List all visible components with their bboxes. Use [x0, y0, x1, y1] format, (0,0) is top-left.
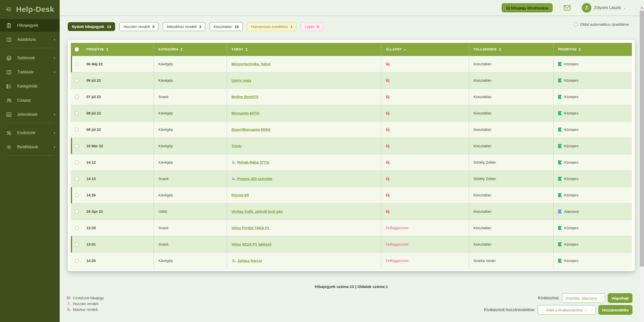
tickets-table-card: FRISSÍTVEKATEGÓRIATÁRGYÁLLAPOTTULAJDONOS… — [68, 40, 635, 271]
new-ticket-button[interactable]: Új hibajegy létrehozása — [502, 3, 553, 12]
selected-label: Kiválasztva: — [538, 296, 559, 300]
mail-icon[interactable] — [563, 4, 571, 12]
avatar[interactable]: Z — [582, 3, 591, 13]
cell-updated: 07 júl 22 — [71, 89, 154, 105]
sidebar-item-adatbazis[interactable]: Adatbázis▾ — [0, 33, 60, 46]
tab-hozzam-rendelt[interactable]: Hozzám rendelt0 — [119, 22, 158, 31]
column-label: KATEGÓRIA — [158, 48, 178, 51]
sidebar-item-beallitasok[interactable]: Beállítások▾ — [0, 141, 60, 153]
cell-updated: 14:13 — [71, 171, 154, 187]
cell-priority: Közepes — [554, 220, 632, 236]
tab-kiosztatlan[interactable]: Kiosztatlan10 — [210, 22, 243, 31]
row-select-radio[interactable] — [75, 95, 79, 99]
subject-link[interactable]: Bayer/Monsanto 609/A — [231, 128, 271, 132]
execute-button[interactable]: Végrehajt — [608, 293, 632, 303]
column-header-prioritas[interactable]: PRIORITÁS — [554, 43, 632, 56]
table-header-row: FRISSÍTVEKATEGÓRIATÁRGYÁLLAPOTTULAJDONOS… — [71, 43, 632, 56]
subject-link[interactable]: Veritas Vulki, ajtónál levő gép — [231, 210, 283, 214]
sidebar-item-kategoriak[interactable]: Kategóriák — [0, 80, 60, 93]
sidebar-item-csapat[interactable]: Csapat — [0, 94, 60, 107]
sidebar-item-tudastar[interactable]: Tudástár▾ — [0, 66, 60, 78]
table-row[interactable]: 07 júl 22SnackMofém Bvm570ÚjKiosztatlanK… — [71, 89, 632, 105]
subject-link[interactable]: Propex 423 szövöde — [237, 177, 272, 181]
assignee-select[interactable]: - - Klikk a kiválasztáshoz - - ⌄ — [538, 305, 596, 315]
sidebar-item-jelentesek[interactable]: Jelentések▾ — [0, 108, 60, 121]
subject-link[interactable]: Műszertechnika, hátsó — [231, 62, 271, 66]
status-value: Új — [386, 160, 390, 164]
table-row[interactable]: 13:01SnackVelux 421/A P1 lakkozóFelfügge… — [71, 236, 632, 253]
row-select-radio[interactable] — [75, 79, 79, 82]
priority-select[interactable]: Prioritás: Alacsony ⌄ — [562, 293, 605, 303]
priority-value: Közepes — [564, 226, 578, 230]
row-select-radio[interactable] — [75, 128, 79, 132]
table-row[interactable]: 06 Máj 22KávégépMűszertechnika, hátsóÚjK… — [71, 56, 632, 72]
column-header-targy[interactable]: TÁRGY — [227, 43, 381, 56]
auto-refresh-radio[interactable] — [574, 22, 578, 26]
cell-priority: Közepes — [554, 187, 632, 203]
table-row[interactable]: 25 Ápr 22ÜdítőVeritas Vulki, ajtónál lev… — [71, 203, 632, 220]
subject-link[interactable]: Mofém Bvm570 — [231, 95, 258, 99]
column-header-allapot[interactable]: ÁLLAPOT — [381, 43, 469, 56]
cell-updated: 14:26 — [71, 187, 154, 203]
collapse-sidebar-icon[interactable] — [6, 6, 12, 12]
cell-category: Kávégép — [154, 253, 227, 269]
column-header-kategoria[interactable]: KATEGÓRIA — [154, 43, 227, 56]
updated-value: 07 júl 22 — [86, 95, 101, 99]
row-select-radio[interactable] — [75, 161, 79, 164]
table-row[interactable]: 13:33SnackVelux Fertőd 746/A P1Felfügges… — [71, 220, 632, 236]
row-select-radio[interactable] — [75, 193, 79, 197]
tab-nyitott-hibajegyek[interactable]: Nyitott hibajegyek13 — [68, 22, 115, 31]
sidebar-item-eszkozok[interactable]: Eszközök▾ — [0, 127, 60, 139]
priority-value: Közepes — [564, 62, 578, 66]
sidebar-item-sablonok[interactable]: Sablonok▾ — [0, 52, 60, 64]
page-scrollbar[interactable] — [640, 6, 644, 322]
sidebar-item-hibajegyek[interactable]: Hibajegyek — [0, 19, 60, 32]
table-row[interactable]: 08 júl 22KávégépBayer/Monsanto 609/AÚjKi… — [71, 122, 632, 138]
table-row[interactable]: 16 Mar 22KávégépTelekiÚjKiosztatlanKözep… — [71, 138, 632, 154]
subject-link[interactable]: Velux Fertőd 746/A P1 — [231, 226, 269, 230]
table-row[interactable]: 14:26KávégépKézmű kftÚjKiosztatlanKözepe… — [71, 187, 632, 203]
row-select-radio[interactable] — [75, 243, 79, 246]
assign-button[interactable]: Hozzárendelés — [598, 305, 632, 315]
priority-flag-icon — [558, 193, 562, 197]
cell-priority: Közepes — [554, 138, 632, 154]
scrollbar-thumb[interactable] — [640, 11, 644, 267]
table-row[interactable]: 09 júl 22KávégépUniriv nagyÚjKiosztatlan… — [71, 72, 632, 89]
select-all-radio[interactable] — [75, 47, 79, 52]
tab-masokhoz-rendelt[interactable]: Másokhoz rendelt3 — [163, 22, 205, 31]
column-header-tulajdonos[interactable]: TULAJDONOS — [469, 43, 554, 56]
row-select-radio[interactable] — [75, 226, 79, 230]
table-row[interactable]: 08 júl 22KávégépMonsanto 607/AÚjKiosztat… — [71, 105, 632, 122]
updated-value: 16 Mar 22 — [86, 144, 103, 148]
user-menu[interactable]: Z Zólyomi László ⌄ — [582, 3, 626, 13]
row-select-radio[interactable] — [75, 210, 79, 214]
cell-category: Kávégép — [154, 187, 227, 203]
scroll-up-icon[interactable] — [641, 7, 643, 9]
table-row[interactable]: 14:12KávégépRehab-Rába 377/AÚjSörtély Zo… — [71, 154, 632, 171]
table-body: 06 Máj 22KávégépMűszertechnika, hátsóÚjK… — [71, 56, 632, 269]
subject-link[interactable]: Velux 421/A P1 lakkozó — [231, 242, 272, 246]
cell-status: Felfüggesztve — [381, 253, 469, 269]
row-select-radio[interactable] — [75, 177, 79, 181]
updated-value: 13:01 — [86, 242, 96, 246]
subject-link[interactable]: Juhász Karcsi — [237, 259, 262, 263]
cell-status: Új — [381, 89, 469, 105]
table-row[interactable]: 14:13SnackPropex 423 szövödeÚjSörtély Zo… — [71, 171, 632, 187]
subject-link[interactable]: Rehab-Rába 377/A — [237, 160, 269, 164]
subject-link[interactable]: Kézmű kft — [231, 193, 249, 197]
row-select-radio[interactable] — [75, 62, 79, 66]
sidebar-menu: HibajegyekAdatbázis▾Sablonok▾Tudástár▾Ka… — [0, 19, 60, 156]
subject-link[interactable]: Teleki — [231, 144, 242, 148]
row-select-radio[interactable] — [75, 259, 79, 263]
category-value: Kávégép — [158, 78, 173, 82]
subject-link[interactable]: Monsanto 607/A — [231, 111, 259, 115]
row-select-radio[interactable] — [75, 111, 79, 115]
main-area: Új hibajegy létrehozása Z Zólyomi László… — [60, 0, 644, 322]
subject-link[interactable]: Uniriv nagy — [231, 78, 251, 82]
table-row[interactable]: 14:25KávégépJuhász KarcsiFelfüggesztveSz… — [71, 253, 632, 269]
column-header-frissitve[interactable]: FRISSÍTVE — [71, 43, 154, 56]
row-select-radio[interactable] — [75, 144, 79, 148]
tab-lejart[interactable]: Lejárt0 — [301, 22, 323, 31]
tab-hamarosan-esedekes[interactable]: Hamarosan esedékes1 — [247, 22, 296, 31]
owner-value: Sörtély Zoltán — [473, 177, 496, 181]
